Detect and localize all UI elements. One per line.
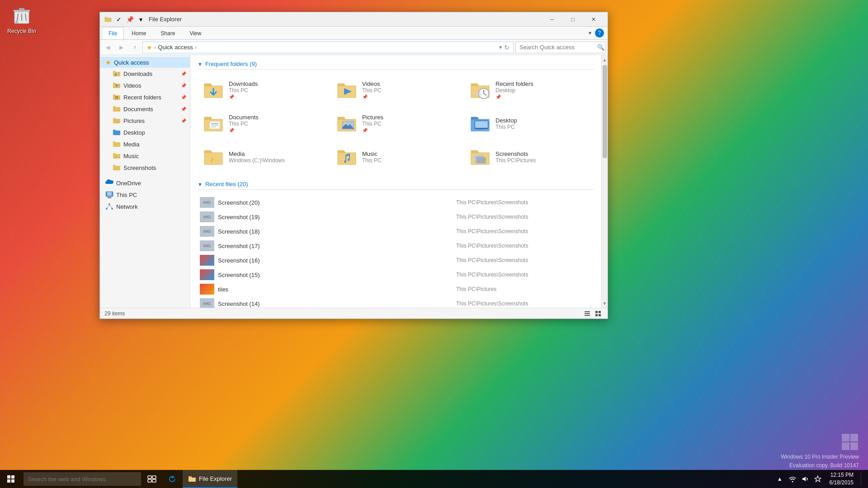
star-icon: ★	[105, 59, 111, 66]
sidebar-item-pictures[interactable]: Pictures 📌	[100, 115, 190, 127]
start-button[interactable]	[0, 470, 22, 488]
sidebar-item-documents[interactable]: Documents 📌	[100, 103, 190, 115]
up-button[interactable]: ↑	[129, 42, 141, 53]
search-box[interactable]: 🔍	[515, 42, 606, 53]
svg-point-23	[111, 208, 113, 210]
folder-name-pictures: Pictures	[362, 114, 456, 121]
sidebar-item-this-pc[interactable]: This PC	[100, 189, 190, 201]
folder-name-screenshots: Screenshots	[495, 150, 589, 157]
sidebar-item-screenshots[interactable]: Screenshots	[100, 162, 190, 174]
recent-files-list: IMG Screenshot (20) This PC\Pictures\Scr…	[198, 195, 594, 308]
svg-line-25	[109, 205, 112, 208]
taskbar-search-input[interactable]	[24, 472, 141, 486]
window-title: File Explorer	[149, 16, 542, 23]
sidebar-item-media[interactable]: Media	[100, 138, 190, 150]
forward-button[interactable]: ▶	[115, 42, 127, 53]
tab-view[interactable]: View	[183, 27, 208, 39]
file-item-screenshot-14[interactable]: IMG Screenshot (14) This PC\Pictures\Scr…	[198, 296, 594, 308]
svg-text:↻: ↻	[15, 20, 19, 24]
folder-item-music[interactable]: Music This PC	[331, 142, 461, 172]
path-quick-access[interactable]: Quick access	[158, 44, 193, 51]
svg-rect-8	[850, 434, 858, 441]
svg-rect-58	[152, 476, 156, 479]
file-item-screenshot-17[interactable]: IMG Screenshot (17) This PC\Pictures\Scr…	[198, 239, 594, 253]
volume-tray-icon[interactable]	[801, 474, 810, 483]
scroll-up-button[interactable]: ▲	[602, 55, 608, 64]
recent-files-header[interactable]: ▼ Recent files (20)	[198, 181, 594, 190]
svg-rect-19	[108, 197, 111, 198]
dropdown-arrow-icon[interactable]: ▾	[136, 15, 145, 24]
folder-icon	[104, 15, 113, 24]
taskbar-item-edge[interactable]	[163, 470, 182, 488]
scroll-thumb[interactable]	[603, 65, 607, 158]
folder-item-media[interactable]: ♪ Media Windows (C:)\Windows	[198, 142, 327, 172]
minimize-button[interactable]: ─	[542, 12, 562, 27]
svg-rect-53	[7, 475, 10, 479]
content-pane: ▼ Frequent folders (9)	[190, 55, 601, 308]
file-item-screenshot-15[interactable]: Screenshot (15) This PC\Pictures\Screens…	[198, 267, 594, 282]
sidebar-item-onedrive[interactable]: OneDrive	[100, 177, 190, 189]
sidebar-item-downloads[interactable]: Downloads 📌	[100, 68, 190, 80]
large-icons-view-button[interactable]	[593, 309, 603, 318]
sidebar-item-network[interactable]: Network	[100, 201, 190, 212]
task-view-button[interactable]	[143, 470, 161, 488]
recycle-bin-label: Recycle Bin	[7, 28, 36, 34]
folder-item-recent-folders[interactable]: Recent folders Desktop 📌	[464, 75, 594, 105]
checkmark-icon[interactable]: ✓	[114, 15, 123, 24]
recycle-bin-icon[interactable]: ↻ Recycle Bin	[4, 5, 40, 34]
address-path[interactable]: ★ › Quick access › ▾ ↻	[142, 42, 514, 53]
file-item-tiles[interactable]: tiles This PC\Pictures	[198, 282, 594, 296]
file-item-screenshot-20[interactable]: IMG Screenshot (20) This PC\Pictures\Scr…	[198, 195, 594, 210]
svg-rect-45	[477, 158, 486, 163]
ribbon-collapse-button[interactable]: ▾	[589, 30, 591, 36]
scrollbar[interactable]: ▲ ▼	[601, 55, 608, 308]
show-hidden-icons-button[interactable]: ▲	[775, 474, 784, 483]
frequent-folders-header[interactable]: ▼ Frequent folders (9)	[198, 61, 594, 70]
svg-rect-2	[19, 8, 24, 10]
file-item-screenshot-18[interactable]: IMG Screenshot (18) This PC\Pictures\Scr…	[198, 224, 594, 239]
file-item-screenshot-16[interactable]: Screenshot (16) This PC\Pictures\Screens…	[198, 253, 594, 267]
svg-text:♪: ♪	[210, 155, 214, 164]
svg-rect-1	[14, 10, 30, 12]
folder-item-desktop[interactable]: Desktop This PC	[464, 108, 594, 138]
pin-icon-videos: 📌	[181, 83, 186, 88]
folder-item-pictures[interactable]: Pictures This PC 📌	[331, 108, 461, 138]
notification-tray-icon[interactable]	[813, 474, 822, 483]
folder-item-downloads[interactable]: Downloads This PC 📌	[198, 75, 327, 105]
close-button[interactable]: ✕	[583, 12, 604, 27]
refresh-button[interactable]: ↻	[504, 44, 509, 51]
folder-item-documents[interactable]: Documents This PC 📌	[198, 108, 327, 138]
sidebar-item-videos[interactable]: Videos 📌	[100, 80, 190, 91]
address-dropdown-button[interactable]: ▾	[499, 44, 502, 51]
sidebar-item-recent-folders[interactable]: Recent folders 📌	[100, 91, 190, 103]
maximize-button[interactable]: □	[562, 12, 583, 27]
tab-file[interactable]: File	[102, 27, 124, 39]
network-tray-icon[interactable]	[788, 474, 797, 483]
sidebar-item-music[interactable]: ♪ Music	[100, 150, 190, 162]
taskbar-item-file-explorer[interactable]: File Explorer	[183, 470, 237, 488]
back-button[interactable]: ◀	[102, 42, 113, 53]
search-icon[interactable]: 🔍	[597, 44, 604, 51]
svg-rect-57	[148, 476, 151, 479]
folder-item-screenshots[interactable]: Screenshots This PC\Pictures	[464, 142, 594, 172]
svg-rect-47	[585, 313, 590, 314]
svg-line-24	[107, 205, 109, 208]
svg-rect-41	[476, 129, 484, 130]
pin-icon[interactable]: 📌	[125, 15, 134, 24]
show-desktop-button[interactable]	[861, 472, 863, 486]
search-input[interactable]	[519, 44, 595, 51]
taskbar: File Explorer ▲	[0, 470, 868, 488]
details-view-button[interactable]	[582, 309, 592, 318]
tab-home[interactable]: Home	[125, 27, 153, 39]
item-count: 29 items	[104, 310, 125, 317]
file-item-screenshot-19[interactable]: IMG Screenshot (19) This PC\Pictures\Scr…	[198, 210, 594, 224]
folder-item-videos[interactable]: Videos This PC 📌	[331, 75, 461, 105]
system-clock[interactable]: 12:15 PM 6/18/2015	[826, 471, 857, 487]
sidebar-item-desktop[interactable]: Desktop	[100, 127, 190, 138]
tab-share[interactable]: Share	[154, 27, 182, 39]
sidebar-item-quick-access[interactable]: ★ Quick access	[100, 57, 190, 68]
scroll-down-button[interactable]: ▼	[602, 299, 608, 308]
svg-rect-32	[210, 122, 220, 129]
ribbon: File Home Share View ▾ ?	[100, 27, 608, 40]
help-button[interactable]: ?	[595, 28, 604, 38]
